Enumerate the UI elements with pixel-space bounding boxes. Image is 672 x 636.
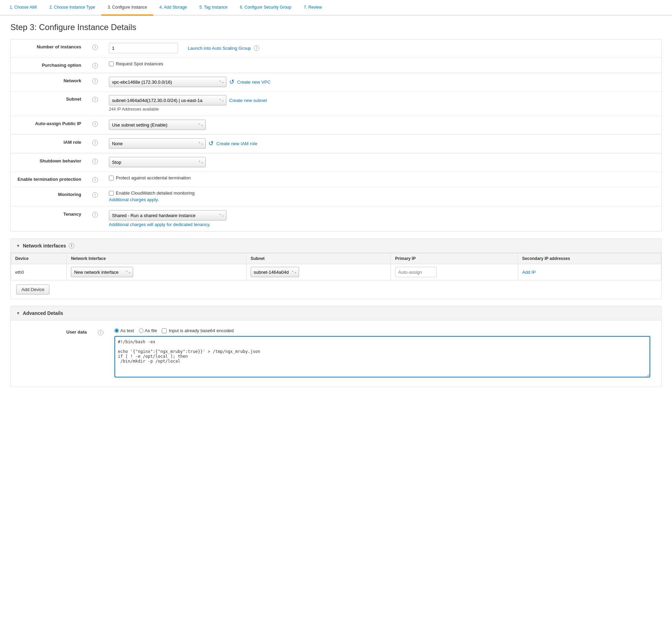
ni-primary-ip-input[interactable] [395,267,437,277]
number-of-instances-input[interactable] [109,43,178,53]
label-monitoring: Monitoring [11,187,87,207]
termination-protection-checkbox[interactable] [109,176,114,180]
row-purchasing-option: Purchasing option i Request Spot instanc… [11,58,661,73]
tenancy-select[interactable]: Shared - Run a shared hardware instance [109,210,226,221]
row-tenancy: Tenancy i Shared - Run a shared hardware… [11,207,661,232]
page-title: Step 3: Configure Instance Details [10,22,662,32]
as-file-radio[interactable] [139,328,143,333]
ni-col-subnet: Subnet [246,253,391,264]
info-icon-subnet: i [92,97,98,102]
create-subnet-link[interactable]: Create new subnet [229,98,267,103]
row-number-of-instances: Number of instances i Launch into Auto S… [11,39,661,58]
user-data-textarea[interactable]: #!/bin/bash -ex echo '{"nginx":{"ngx_mru… [114,336,650,377]
add-device-button[interactable]: Add Device [16,284,49,294]
ni-primary-ip-cell [391,264,518,280]
ni-table-header-row: Device Network Interface Subnet Primary … [11,253,661,264]
tenancy-select-container: Shared - Run a shared hardware instance [109,210,226,221]
info-icon-network-interfaces: i [69,243,74,249]
ni-table-row: eth0 New network interface su [11,264,661,280]
ni-interface-cell: New network interface [67,264,246,280]
label-auto-assign-ip: Auto-assign Public IP [11,116,87,134]
network-interfaces-title: Network interfaces [23,243,66,249]
monitoring-label[interactable]: Enable CloudWatch detailed monitoring [109,190,656,196]
monitoring-charges-text: Additional charges apply. [109,197,656,202]
monitoring-charges-link[interactable]: Additional charges apply. [109,197,159,202]
iam-select-container: None [109,138,206,149]
create-vpc-link[interactable]: Create new VPC [237,80,271,85]
row-network: Network i vpc-ebc1468e (172.30.0.0/16) ↺… [11,73,661,92]
ni-subnet-cell: subnet-1464a04d [246,264,391,280]
create-iam-link[interactable]: Create new IAM role [216,141,258,146]
label-user-data: User data [16,325,92,383]
request-spot-label[interactable]: Request Spot instances [109,61,656,66]
tab-add-storage[interactable]: 4. Add Storage [153,0,193,16]
row-subnet: Subnet i subnet-1464a04d(172.30.0.0/24) … [11,92,661,116]
monitoring-checkbox[interactable] [109,191,114,196]
iam-control-group: None ↺ Create new IAM role [109,138,656,149]
label-termination-protection: Enable termination protection [11,172,87,187]
info-icon-termination: i [92,177,98,183]
advanced-details-table: User data i As text As file [16,325,656,383]
row-termination-protection: Enable termination protection i Protect … [11,172,661,187]
as-file-radio-label[interactable]: As file [139,328,157,333]
tab-choose-ami[interactable]: 1. Choose AMI [3,0,43,16]
auto-assign-ip-select[interactable]: Use subnet setting (Enable) [109,120,206,130]
subnet-select[interactable]: subnet-1464a04d(172.30.0.0/24) | us-east… [109,95,226,105]
refresh-vpc-icon[interactable]: ↺ [229,78,234,86]
base64-label: Input is already base64 encoded [169,328,234,333]
tab-configure-instance[interactable]: 3. Configure Instance [101,0,153,16]
subnet-control-group: subnet-1464a04d(172.30.0.0/24) | us-east… [109,95,656,105]
base64-checkbox-label[interactable]: Input is already base64 encoded [162,328,234,333]
tab-configure-security-group[interactable]: 6. Configure Security Group [234,0,298,16]
ni-col-secondary-ip: Secondary IP addresses [518,253,661,264]
ni-col-primary-ip: Primary IP [391,253,518,264]
base64-checkbox[interactable] [162,328,167,333]
user-data-radio-group: As text As file Input is already base64 … [114,328,650,333]
termination-protection-label[interactable]: Protect against accidental termination [109,175,656,180]
termination-protection-text: Protect against accidental termination [116,175,191,180]
ni-subnet-select[interactable]: subnet-1464a04d [251,267,299,277]
ni-col-device: Device [11,253,67,264]
label-iam-role: IAM role [11,135,87,153]
shutdown-behavior-select[interactable]: Stop [109,157,206,167]
as-text-radio-label[interactable]: As text [114,328,134,333]
as-text-radio[interactable] [114,328,119,333]
shutdown-select-container: Stop [109,157,206,167]
advanced-details-section: ▼ Advanced Details User data i As text [10,306,662,387]
ni-interface-select-container: New network interface [71,267,133,277]
tab-choose-instance-type[interactable]: 2. Choose Instance Type [43,0,102,16]
row-monitoring: Monitoring i Enable CloudWatch detailed … [11,187,661,207]
info-icon-purchasing: i [92,63,98,68]
request-spot-checkbox[interactable] [109,62,114,66]
network-interfaces-chevron: ▼ [16,244,20,248]
tab-review[interactable]: 7. Review [298,0,328,16]
as-text-label: As text [120,328,134,333]
tab-tag-instance[interactable]: 5. Tag Instance [193,0,234,16]
instances-control-group: Launch into Auto Scaling Group i [109,43,656,53]
ni-interface-select[interactable]: New network interface [71,267,133,277]
network-select-container: vpc-ebc1468e (172.30.0.0/16) [109,77,226,87]
tenancy-charges-link[interactable]: Additional charges will apply for dedica… [109,222,211,227]
iam-role-select[interactable]: None [109,138,206,149]
refresh-iam-icon[interactable]: ↺ [208,140,214,147]
subnet-ip-info: 244 IP Addresses available [109,107,656,112]
network-interfaces-header[interactable]: ▼ Network interfaces i [11,239,661,253]
monitoring-text: Enable CloudWatch detailed monitoring [116,190,195,196]
add-ip-link[interactable]: Add IP [522,270,536,275]
advanced-details-content: User data i As text As file [11,320,661,387]
network-select[interactable]: vpc-ebc1468e (172.30.0.0/16) [109,77,226,87]
info-icon-network: i [92,78,98,84]
info-icon-tenancy: i [92,212,98,217]
row-shutdown-behavior: Shutdown behavior i Stop [11,153,661,172]
advanced-details-chevron: ▼ [16,311,20,315]
row-user-data: User data i As text As file [16,325,656,383]
info-icon-iam-role: i [92,140,98,146]
request-spot-text: Request Spot instances [116,61,163,66]
nav-tabs: 1. Choose AMI 2. Choose Instance Type 3.… [0,0,672,16]
network-interfaces-section: ▼ Network interfaces i Device Network In… [10,238,662,299]
ni-device-cell: eth0 [11,264,67,280]
tenancy-note: Additional charges will apply for dedica… [109,222,656,227]
info-icon-monitoring: i [92,192,98,198]
launch-auto-scaling-link[interactable]: Launch into Auto Scaling Group [188,46,251,51]
advanced-details-header[interactable]: ▼ Advanced Details [11,306,661,320]
